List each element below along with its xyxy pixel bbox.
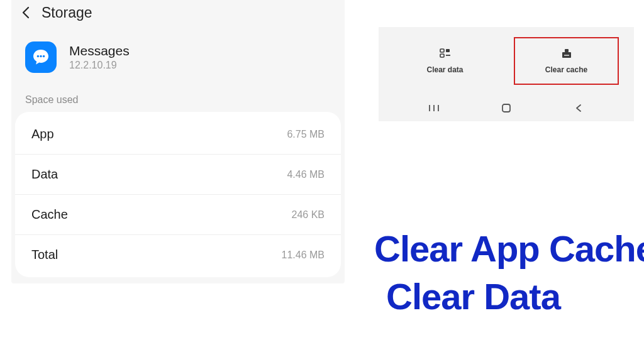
row-value: 4.46 MB (287, 169, 325, 180)
bottom-bar-snippet: Clear data Clear cache (379, 27, 634, 121)
svg-rect-13 (502, 104, 510, 112)
clear-cache-label: Clear cache (545, 65, 587, 74)
svg-point-0 (37, 55, 39, 57)
page-title: Storage (42, 4, 92, 21)
row-label: Cache (31, 207, 68, 222)
nav-bar (379, 95, 634, 121)
row-value: 11.46 MB (282, 250, 325, 261)
clear-cache-icon (560, 48, 573, 62)
annotation-line-1: Clear App Cache (374, 228, 644, 270)
space-used-card: App 6.75 MB Data 4.46 MB Cache 246 KB To… (15, 112, 341, 277)
svg-rect-5 (446, 49, 450, 52)
row-label: Data (31, 167, 58, 182)
clear-cache-button[interactable]: Clear cache (514, 37, 619, 85)
row-label: App (31, 127, 54, 141)
row-total: Total 11.46 MB (15, 235, 341, 275)
home-icon[interactable] (497, 99, 516, 118)
clear-data-icon (439, 48, 452, 62)
clear-data-label: Clear data (426, 65, 463, 74)
storage-page: Storage Messages 12.2.10.19 Space used A… (11, 0, 345, 283)
svg-point-1 (40, 55, 42, 57)
app-version: 12.2.10.19 (69, 60, 130, 71)
app-name: Messages (69, 43, 130, 58)
row-value: 246 KB (292, 209, 325, 221)
row-cache[interactable]: Cache 246 KB (15, 195, 341, 235)
nav-back-icon[interactable] (569, 99, 588, 118)
app-info-block: Messages 12.2.10.19 (11, 30, 345, 90)
row-label: Total (31, 248, 58, 262)
svg-rect-3 (440, 49, 444, 52)
back-icon[interactable] (18, 4, 35, 21)
svg-rect-4 (440, 54, 444, 57)
app-meta: Messages 12.2.10.19 (69, 43, 130, 71)
row-value: 6.75 MB (287, 129, 325, 140)
svg-rect-8 (565, 49, 569, 52)
clear-data-button[interactable]: Clear data (394, 37, 496, 85)
section-label: Space used (11, 90, 345, 112)
messages-app-icon (25, 41, 57, 73)
annotation-line-2: Clear Data (386, 275, 560, 317)
action-row: Clear data Clear cache (379, 27, 634, 95)
page-header: Storage (11, 0, 345, 30)
svg-point-2 (43, 55, 45, 57)
recents-icon[interactable] (425, 99, 443, 118)
row-app[interactable]: App 6.75 MB (15, 114, 341, 155)
row-data[interactable]: Data 4.46 MB (15, 155, 341, 195)
